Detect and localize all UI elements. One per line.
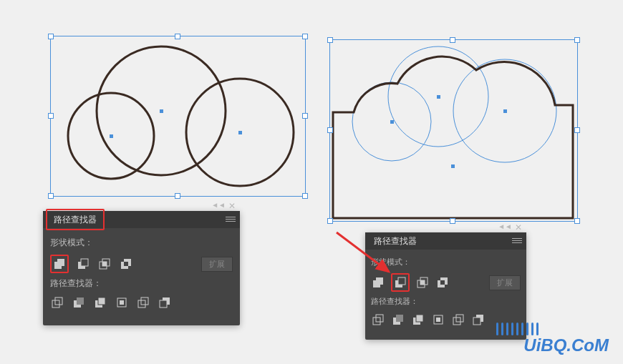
selection-handle[interactable]	[327, 127, 333, 133]
center-anchor	[390, 120, 394, 124]
svg-rect-31	[398, 277, 405, 285]
svg-rect-7	[57, 259, 64, 266]
pathfinder-row-label: 路径查找器：	[371, 296, 521, 307]
svg-rect-25	[141, 297, 148, 305]
svg-rect-43	[416, 315, 423, 322]
outline-icon[interactable]	[136, 295, 150, 310]
minus-back-icon[interactable]	[471, 313, 486, 327]
svg-rect-45	[436, 318, 440, 322]
selection-handle[interactable]	[574, 127, 580, 133]
exclude-icon[interactable]	[435, 275, 450, 290]
highlight-unite	[50, 255, 69, 273]
selection-handle[interactable]	[574, 37, 580, 43]
svg-rect-12	[102, 262, 107, 266]
watermark-decoration	[496, 323, 539, 335]
svg-rect-49	[473, 318, 480, 325]
merge-icon[interactable]	[411, 313, 425, 327]
minus-front-icon[interactable]	[76, 257, 90, 271]
selection-handle[interactable]	[327, 218, 333, 224]
watermark-text: UiBQ.CoM	[523, 335, 609, 355]
selection-handle[interactable]	[175, 34, 180, 39]
pathfinder-panel-left[interactable]: ◄◄ ✕ 路径查找器 形状模式： 扩展 路径查找器：	[43, 211, 240, 325]
selection-handle[interactable]	[450, 37, 455, 43]
right-canvas	[329, 39, 587, 225]
pathfinder-tab[interactable]: 路径查找器	[368, 232, 422, 250]
svg-rect-37	[440, 280, 445, 285]
panel-menu-icon[interactable]	[226, 214, 236, 224]
svg-rect-46	[453, 318, 460, 325]
unite-icon[interactable]	[371, 275, 385, 290]
pathfinder-tab[interactable]: 路径查找器	[48, 215, 102, 225]
expand-button[interactable]: 扩展	[489, 275, 521, 290]
panel-collapse-icon[interactable]: ◄◄	[498, 222, 512, 230]
highlight-minus-front	[391, 273, 410, 292]
expand-button[interactable]: 扩展	[201, 257, 233, 272]
pathfinder-row-label: 路径查找器：	[50, 277, 233, 290]
svg-rect-27	[160, 300, 167, 308]
svg-rect-47	[456, 315, 463, 322]
svg-rect-21	[98, 297, 105, 305]
highlight-tab: 路径查找器	[46, 209, 105, 230]
divide-icon[interactable]	[371, 313, 385, 327]
center-anchor	[238, 131, 242, 134]
svg-rect-9	[81, 259, 88, 266]
selection-box[interactable]	[329, 39, 578, 222]
trim-icon[interactable]	[391, 313, 405, 327]
selection-handle[interactable]	[574, 218, 580, 224]
close-icon[interactable]: ✕	[515, 222, 522, 232]
svg-rect-39	[376, 315, 383, 322]
svg-rect-17	[55, 297, 62, 305]
center-anchor	[160, 109, 163, 113]
shape-mode-label: 形状模式：	[371, 257, 521, 267]
close-icon[interactable]: ✕	[228, 201, 236, 211]
panel-collapse-icon[interactable]: ◄◄	[211, 201, 226, 209]
trim-icon[interactable]	[72, 295, 86, 310]
crop-icon[interactable]	[431, 313, 445, 327]
center-anchor	[437, 95, 440, 99]
selection-handle[interactable]	[302, 193, 308, 199]
center-anchor	[451, 164, 455, 168]
selection-handle[interactable]	[48, 113, 54, 119]
intersect-icon[interactable]	[415, 275, 430, 290]
svg-rect-15	[124, 262, 128, 266]
unite-icon[interactable]	[52, 257, 67, 271]
crop-icon[interactable]	[115, 295, 129, 310]
divide-icon[interactable]	[50, 295, 64, 310]
minus-front-icon[interactable]	[393, 275, 407, 290]
exclude-icon[interactable]	[119, 257, 133, 271]
svg-rect-38	[373, 318, 380, 325]
center-anchor	[110, 134, 113, 138]
selection-handle[interactable]	[302, 34, 308, 39]
selection-handle[interactable]	[48, 34, 54, 39]
selection-handle[interactable]	[327, 37, 333, 43]
left-canvas	[50, 36, 308, 200]
selection-handle[interactable]	[450, 218, 455, 224]
svg-rect-23	[120, 300, 124, 305]
intersect-icon[interactable]	[97, 257, 112, 271]
svg-rect-34	[420, 280, 425, 285]
selection-box[interactable]	[50, 36, 306, 197]
panel-menu-icon[interactable]	[512, 235, 522, 245]
svg-rect-29	[376, 277, 383, 285]
minus-back-icon[interactable]	[158, 295, 172, 310]
svg-rect-19	[77, 297, 84, 305]
center-anchor	[503, 109, 507, 113]
selection-handle[interactable]	[302, 113, 308, 119]
outline-icon[interactable]	[451, 313, 465, 327]
selection-handle[interactable]	[175, 193, 180, 199]
svg-rect-41	[396, 315, 403, 322]
selection-handle[interactable]	[48, 193, 54, 199]
svg-rect-16	[52, 300, 59, 308]
merge-icon[interactable]	[93, 295, 107, 310]
svg-rect-24	[138, 300, 145, 308]
shape-mode-label: 形状模式：	[50, 237, 233, 249]
